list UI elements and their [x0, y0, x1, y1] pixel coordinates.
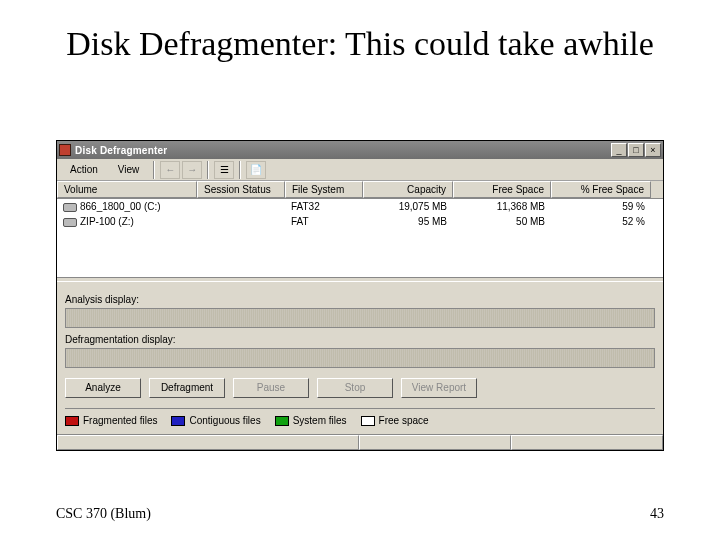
volume-list: 866_1800_00 (C:) FAT32 19,075 MB 11,368 … [57, 199, 663, 277]
defrag-display [65, 348, 655, 368]
legend-item-system: System files [275, 415, 347, 426]
swatch-system [275, 416, 289, 426]
titlebar: Disk Defragmenter _ □ × [57, 141, 663, 159]
slide-footer-right: 43 [650, 506, 664, 522]
window-title: Disk Defragmenter [75, 145, 611, 156]
cell-pct: 52 % [551, 216, 651, 227]
lower-panel: Analysis display: Defragmentation displa… [57, 282, 663, 434]
col-freespace[interactable]: Free Space [453, 181, 551, 198]
maximize-button[interactable]: □ [628, 143, 644, 157]
forward-icon[interactable]: → [182, 161, 202, 179]
col-capacity[interactable]: Capacity [363, 181, 453, 198]
view-report-button[interactable]: View Report [401, 378, 477, 398]
analysis-display [65, 308, 655, 328]
col-session[interactable]: Session Status [197, 181, 285, 198]
cell-capacity: 95 MB [363, 216, 453, 227]
cell-free: 50 MB [453, 216, 551, 227]
drive-icon [63, 218, 77, 227]
menubar: Action View ← → ☰ 📄 [57, 159, 663, 181]
column-headers: Volume Session Status File System Capaci… [57, 181, 663, 199]
back-icon[interactable]: ← [160, 161, 180, 179]
minimize-button[interactable]: _ [611, 143, 627, 157]
defrag-label: Defragmentation display: [65, 334, 655, 345]
analysis-label: Analysis display: [65, 294, 655, 305]
close-button[interactable]: × [645, 143, 661, 157]
button-row: Analyze Defragment Pause Stop View Repor… [65, 378, 655, 398]
app-icon [59, 144, 71, 156]
menu-separator [239, 161, 241, 179]
defragment-button[interactable]: Defragment [149, 378, 225, 398]
swatch-free [361, 416, 375, 426]
stop-button[interactable]: Stop [317, 378, 393, 398]
col-filesystem[interactable]: File System [285, 181, 363, 198]
analyze-button[interactable]: Analyze [65, 378, 141, 398]
properties-icon[interactable]: ☰ [214, 161, 234, 179]
cell-fs: FAT [285, 216, 363, 227]
menu-separator [153, 161, 155, 179]
defrag-window: Disk Defragmenter _ □ × Action View ← → … [56, 140, 664, 451]
menu-view[interactable]: View [109, 161, 149, 178]
slide-footer-left: CSC 370 (Blum) [56, 506, 151, 522]
table-row[interactable]: 866_1800_00 (C:) FAT32 19,075 MB 11,368 … [57, 199, 663, 214]
menu-separator [207, 161, 209, 179]
cell-volume: 866_1800_00 (C:) [57, 201, 197, 212]
legend-item-free: Free space [361, 415, 429, 426]
cell-volume: ZIP-100 (Z:) [57, 216, 197, 227]
cell-capacity: 19,075 MB [363, 201, 453, 212]
col-volume[interactable]: Volume [57, 181, 197, 198]
swatch-contig [171, 416, 185, 426]
window-controls: _ □ × [611, 143, 661, 157]
slide-title: Disk Defragmenter: This could take awhil… [60, 24, 660, 63]
col-pctfree[interactable]: % Free Space [551, 181, 651, 198]
help-icon[interactable]: 📄 [246, 161, 266, 179]
pause-button[interactable]: Pause [233, 378, 309, 398]
cell-free: 11,368 MB [453, 201, 551, 212]
swatch-frag [65, 416, 79, 426]
drive-icon [63, 203, 77, 212]
statusbar [57, 434, 663, 450]
cell-pct: 59 % [551, 201, 651, 212]
menu-action[interactable]: Action [61, 161, 107, 178]
legend-item-contig: Contiguous files [171, 415, 260, 426]
legend: Fragmented files Contiguous files System… [65, 408, 655, 426]
cell-fs: FAT32 [285, 201, 363, 212]
table-row[interactable]: ZIP-100 (Z:) FAT 95 MB 50 MB 52 % [57, 214, 663, 229]
legend-item-frag: Fragmented files [65, 415, 157, 426]
